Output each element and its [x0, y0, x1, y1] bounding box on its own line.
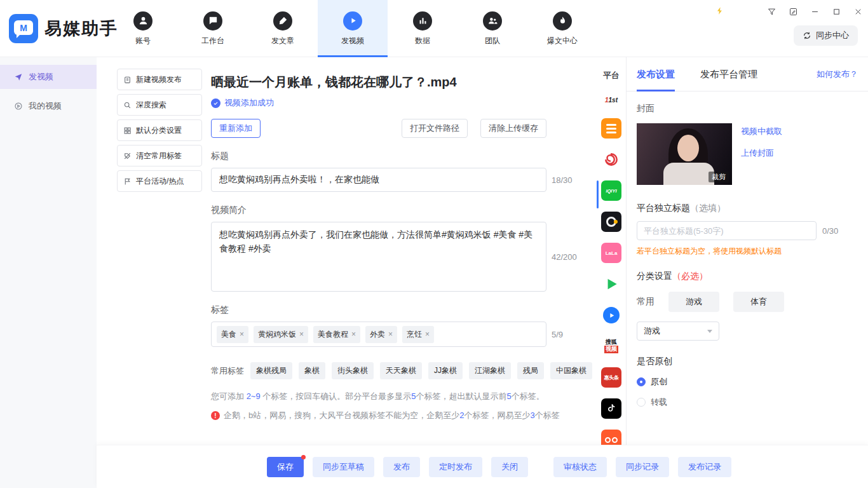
action-label: 深度搜索	[136, 100, 166, 111]
sync-record-button[interactable]: 同步记录	[616, 457, 669, 477]
platform-icon-sohu-video[interactable]: 搜狐视频	[601, 336, 621, 356]
common-label: 常用	[637, 296, 654, 308]
description-textarea[interactable]: 想吃黄焖鸡别再点外卖了，我们在家也能做，方法很简单#黄焖鸡米饭 #美食 #美食教…	[211, 222, 546, 292]
crop-label[interactable]: 裁剪	[709, 172, 729, 182]
platform-text: LaLa	[606, 250, 618, 256]
sync-to-draft-button[interactable]: 同步至草稿	[313, 457, 374, 477]
upload-cover-link[interactable]: 上传封面	[741, 147, 782, 159]
new-video-publish-button[interactable]: 新建视频发布	[117, 69, 202, 90]
maximize-icon[interactable]	[830, 5, 843, 18]
tab-publish-settings[interactable]: 发布设置	[637, 57, 675, 92]
common-tag-chip[interactable]: 江湖象棋	[469, 362, 511, 379]
remove-tag-icon[interactable]	[388, 330, 393, 338]
edit-icon[interactable]	[787, 5, 799, 18]
save-button[interactable]: 保存	[267, 457, 304, 477]
remove-tag-icon[interactable]	[425, 330, 430, 338]
radio-original[interactable]: 原创	[637, 376, 858, 388]
cover-thumbnail[interactable]: 裁剪	[637, 123, 732, 185]
platform-title-input[interactable]	[637, 221, 817, 240]
tags-warning-text: 企鹅，b站，网易，搜狗，大风平台视频标签不能为空，企鹅至少2个标签，网易至少3个…	[211, 410, 587, 421]
tags-label: 标签	[211, 304, 587, 316]
top-nav-item-account[interactable]: 账号	[108, 0, 178, 57]
close-button[interactable]: 关闭	[491, 457, 528, 477]
radio-icon-unchecked	[637, 398, 646, 407]
platform-icon-glasses[interactable]	[601, 430, 621, 445]
category-select[interactable]: 游戏	[637, 322, 719, 341]
category-button-sports[interactable]: 体育	[733, 292, 784, 312]
top-nav-item-publish-video[interactable]: 发视频	[318, 0, 388, 57]
platform-text: 1st	[609, 97, 618, 104]
review-status-button[interactable]: 审核状态	[553, 457, 607, 477]
close-icon[interactable]	[851, 5, 864, 18]
top-nav-item-workbench[interactable]: 工作台	[178, 0, 248, 57]
common-tag-chip[interactable]: 残局	[517, 362, 544, 379]
clipboard-icon	[123, 76, 132, 84]
remove-tag-icon[interactable]	[240, 330, 244, 338]
platform-title-hint: 若平台独立标题为空，将使用视频默认标题	[637, 246, 858, 257]
tag-label: 美食	[221, 329, 236, 340]
remove-tag-icon[interactable]	[299, 330, 304, 338]
category-button-game[interactable]: 游戏	[668, 292, 719, 312]
app-logo-icon: M	[9, 14, 38, 43]
common-tag-chip[interactable]: 象棋	[299, 362, 325, 379]
platform-icon-orange[interactable]	[601, 118, 621, 139]
common-tag-chip[interactable]: 街头象棋	[332, 362, 374, 379]
sidebar-item-publish-video[interactable]: 发视频	[0, 65, 97, 89]
platform-icon-iqiyi[interactable]: iQIYI	[601, 180, 621, 201]
tags-counter: 5/9	[552, 330, 563, 339]
sidebar-item-my-videos[interactable]: 我的视频	[0, 94, 97, 118]
top-nav-item-data[interactable]: 数据	[388, 0, 458, 57]
publish-button[interactable]: 发布	[383, 457, 420, 477]
clear-common-tags-button[interactable]: 清空常用标签	[117, 145, 202, 166]
flash-icon	[715, 6, 726, 17]
top-nav-item-hot-center[interactable]: 爆文中心	[527, 0, 597, 57]
title-input[interactable]	[211, 168, 546, 192]
tags-help-text: 您可添加 2~9 个标签，按回车确认。部分平台最多显示5个标签，超出默认显示前5…	[211, 391, 587, 402]
publish-record-button[interactable]: 发布记录	[678, 457, 731, 477]
refresh-icon	[803, 31, 811, 40]
nav-label: 数据	[415, 36, 430, 46]
common-tag-chip[interactable]: 天天象棋	[380, 362, 422, 379]
platform-icon-huitoutiao[interactable]: 惠头条	[601, 367, 621, 388]
action-label: 清空常用标签	[136, 151, 182, 161]
platform-activity-hotspot-button[interactable]: 平台活动/热点	[117, 170, 202, 192]
platform-strip-label: 平台	[603, 70, 620, 81]
clear-upload-cache-button[interactable]: 清除上传缓存	[480, 119, 546, 138]
tab-platform-management[interactable]: 发布平台管理	[700, 57, 757, 92]
minimize-icon[interactable]	[808, 5, 821, 18]
filter-icon[interactable]	[765, 5, 778, 18]
platform-icon-1st[interactable]: 11st	[601, 92, 621, 107]
top-nav-item-publish-article[interactable]: 发文章	[248, 0, 318, 57]
deep-search-button[interactable]: 深度搜索	[117, 94, 202, 116]
platform-icon-dark-ring[interactable]	[601, 212, 621, 232]
schedule-publish-button[interactable]: 定时发布	[429, 457, 482, 477]
radio-repost[interactable]: 转载	[637, 396, 858, 408]
remove-tag-icon[interactable]	[351, 330, 356, 338]
common-tag-chip[interactable]: JJ象棋	[428, 362, 463, 379]
capture-from-video-link[interactable]: 视频中截取	[741, 126, 782, 137]
top-nav-item-team[interactable]: 团队	[458, 0, 527, 57]
sync-center-button[interactable]: 同步中心	[794, 25, 858, 46]
platform-text: iQIYI	[606, 188, 616, 194]
tag-label: 美食教程	[318, 329, 348, 340]
sidebar-item-label: 我的视频	[29, 100, 62, 112]
action-label: 新建视频发布	[136, 74, 182, 85]
status-text: 视频添加成功	[224, 97, 274, 109]
common-tag-chip[interactable]: 象棋残局	[250, 362, 292, 379]
platform-icon-blue-play[interactable]	[601, 305, 621, 325]
readd-video-button[interactable]: 重新添加	[211, 119, 261, 138]
radio-label: 原创	[651, 376, 667, 388]
tags-input[interactable]: 美食 黄焖鸡米饭 美食教程 外卖 烹饪	[211, 322, 546, 347]
default-category-settings-button[interactable]: 默认分类设置	[117, 119, 202, 141]
open-file-path-button[interactable]: 打开文件路径	[402, 119, 468, 138]
how-to-publish-link[interactable]: 如何发布？	[817, 69, 858, 80]
publish-settings-panel: 发布设置 发布平台管理 如何发布？ 封面 裁剪 视频中截取 上传	[626, 57, 868, 445]
platform-icon-douyin[interactable]	[601, 398, 621, 419]
common-tag-chip[interactable]: 中国象棋	[550, 362, 592, 379]
file-actions-right: 打开文件路径 清除上传缓存	[402, 119, 546, 138]
platform-icon-green-play[interactable]	[601, 274, 621, 294]
tag-chip: 美食	[217, 326, 248, 343]
alert-icon	[211, 411, 220, 420]
platform-icon-spiral[interactable]	[601, 149, 621, 170]
platform-icon-lala[interactable]: LaLa	[601, 243, 621, 263]
